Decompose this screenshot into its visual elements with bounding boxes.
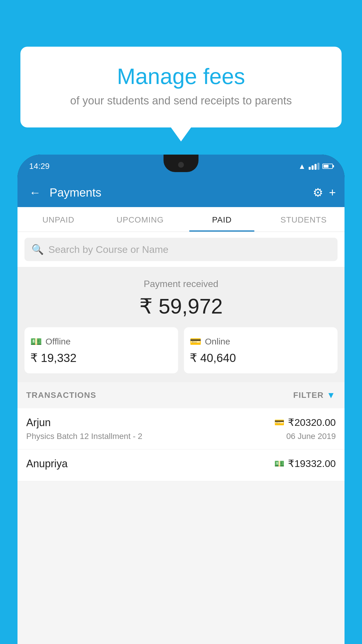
tab-upcoming[interactable]: UPCOMING [99, 207, 181, 232]
search-placeholder: Search by Course or Name [48, 244, 168, 255]
transaction-amount-wrap: 💵 ₹19332.00 [274, 458, 336, 469]
bubble-title: Manage fees [35, 64, 327, 89]
payment-received-label: Payment received [24, 279, 338, 289]
payment-summary: Payment received ₹ 59,972 💵 Offline ₹ 19… [17, 267, 345, 382]
online-card: 💳 Online ₹ 40,640 [184, 327, 338, 373]
header-actions: ⚙ + [313, 186, 336, 199]
cash-icon: 💵 [30, 336, 42, 347]
status-icons: ▲ [298, 162, 333, 171]
transaction-date: 06 June 2019 [286, 432, 336, 441]
plus-button[interactable]: + [329, 186, 336, 199]
header-title: Payments [50, 186, 307, 199]
transaction-item-anupriya[interactable]: Anupriya 💵 ₹19332.00 [17, 449, 345, 481]
online-card-header: 💳 Online [190, 336, 332, 347]
transaction-name: Anupriya [26, 458, 68, 470]
transactions-label: TRANSACTIONS [26, 391, 96, 400]
filter-label: FILTER [293, 391, 324, 400]
cash-icon: 💵 [274, 459, 284, 468]
search-icon: 🔍 [31, 244, 44, 255]
search-box[interactable]: 🔍 Search by Course or Name [24, 238, 338, 261]
transaction-row-top: Arjun 💳 ₹20320.00 [26, 416, 336, 429]
offline-card-header: 💵 Offline [30, 336, 172, 347]
phone-screen: ← Payments ⚙ + UNPAID UPCOMING PAID STUD… [17, 178, 345, 644]
payment-total: ₹ 59,972 [24, 294, 338, 318]
bubble-subtitle: of your students and send receipts to pa… [35, 94, 327, 107]
tab-unpaid[interactable]: UNPAID [17, 207, 99, 232]
card-payment-icon: 💳 [190, 336, 201, 347]
transaction-item-arjun[interactable]: Arjun 💳 ₹20320.00 Physics Batch 12 Insta… [17, 408, 345, 449]
offline-card: 💵 Offline ₹ 19,332 [24, 327, 178, 373]
filter-icon: ▼ [327, 390, 336, 400]
notch [164, 155, 198, 172]
battery-icon [322, 164, 333, 169]
gear-button[interactable]: ⚙ [313, 186, 323, 199]
transaction-amount: ₹20320.00 [288, 416, 336, 428]
tab-students[interactable]: STUDENTS [263, 207, 345, 232]
transactions-header: TRANSACTIONS FILTER ▼ [17, 382, 345, 408]
tab-paid[interactable]: PAID [181, 207, 263, 232]
phone-shell: 14:29 ▲ ← Payments ⚙ + [17, 155, 345, 644]
back-button[interactable]: ← [26, 183, 44, 202]
wifi-icon: ▲ [298, 162, 306, 171]
status-time: 14:29 [29, 162, 50, 171]
transaction-amount-wrap: 💳 ₹20320.00 [274, 416, 336, 428]
status-bar: 14:29 ▲ [17, 155, 345, 178]
online-label: Online [205, 337, 230, 346]
tabs-bar: UNPAID UPCOMING PAID STUDENTS [17, 207, 345, 232]
payment-cards: 💵 Offline ₹ 19,332 💳 Online ₹ 40,640 [24, 327, 338, 373]
transaction-row-bottom: Physics Batch 12 Installment - 2 06 June… [26, 432, 336, 441]
transaction-name: Arjun [26, 416, 51, 429]
online-amount: ₹ 40,640 [190, 351, 332, 365]
card-icon: 💳 [274, 418, 284, 427]
transaction-amount: ₹19332.00 [288, 458, 336, 469]
transaction-course: Physics Batch 12 Installment - 2 [26, 432, 142, 441]
speech-bubble: Manage fees of your students and send re… [20, 47, 342, 127]
app-header: ← Payments ⚙ + [17, 178, 345, 207]
search-container: 🔍 Search by Course or Name [17, 232, 345, 267]
offline-amount: ₹ 19,332 [30, 351, 172, 365]
signal-icon [309, 163, 319, 170]
offline-label: Offline [45, 337, 71, 346]
camera [178, 162, 184, 168]
transaction-row-top: Anupriya 💵 ₹19332.00 [26, 458, 336, 470]
filter-button[interactable]: FILTER ▼ [293, 390, 336, 400]
